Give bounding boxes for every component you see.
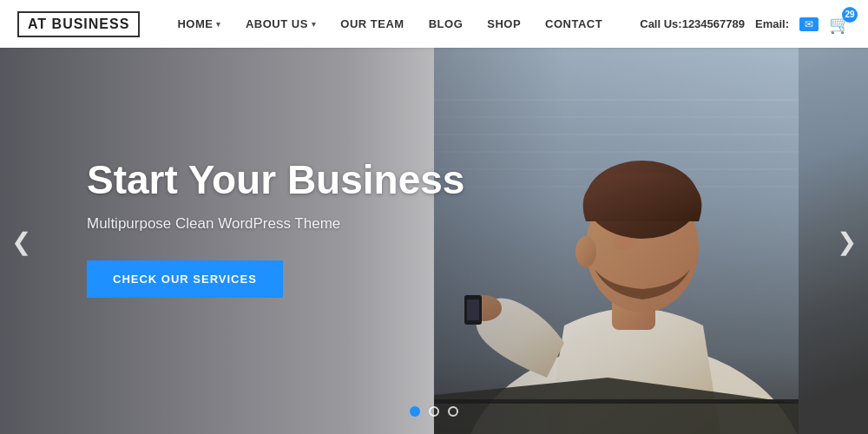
hero-subtitle: Multipurpose Clean WordPress Theme [87,215,868,233]
header: AT BUSINESS HOME ▾ ABOUT US ▾ OUR TEAM B… [0,0,868,48]
carousel-dot-1[interactable] [410,406,420,417]
logo[interactable]: AT BUSINESS [17,11,140,37]
nav-arrow-home: ▾ [216,20,221,29]
cart-button[interactable]: 🛒 29 [829,14,851,35]
hero-title: Start Your Business [87,158,868,202]
header-right: Call Us:1234567789 Email: 🛒 29 [640,14,851,35]
cta-button[interactable]: CHECK OUR SERVICES [87,260,283,298]
nav-item-contact[interactable]: CONTACT [533,0,615,48]
nav-label-about: ABOUT US [246,17,308,30]
phone-number: Call Us:1234567789 [640,17,745,30]
carousel-next-arrow[interactable]: ❯ [830,220,864,262]
nav-label-blog: BLOG [429,17,464,30]
nav-item-about[interactable]: ABOUT US ▾ [233,0,328,48]
nav: HOME ▾ ABOUT US ▾ OUR TEAM BLOG SHOP CON… [165,0,615,48]
nav-label-home: HOME [177,17,213,30]
logo-text: AT BUSINESS [28,16,129,31]
nav-item-blog[interactable]: BLOG [417,0,476,48]
carousel-dots [410,406,458,417]
nav-item-home[interactable]: HOME ▾ [165,0,233,48]
cart-badge: 29 [842,7,858,23]
nav-label-shop: SHOP [487,17,521,30]
email-button[interactable] [799,17,819,31]
hero-content: Start Your Business Multipurpose Clean W… [0,48,868,434]
carousel-dot-3[interactable] [448,406,458,417]
nav-arrow-about: ▾ [312,20,317,29]
email-icon [799,17,819,31]
hero-section: Start Your Business Multipurpose Clean W… [0,48,868,434]
nav-item-shop[interactable]: SHOP [475,0,533,48]
carousel-prev-arrow[interactable]: ❮ [4,220,38,262]
nav-label-team: OUR TEAM [340,17,404,30]
nav-label-contact: CONTACT [545,17,602,30]
email-label: Email: [755,17,789,30]
nav-item-team[interactable]: OUR TEAM [328,0,416,48]
carousel-dot-2[interactable] [429,406,439,417]
